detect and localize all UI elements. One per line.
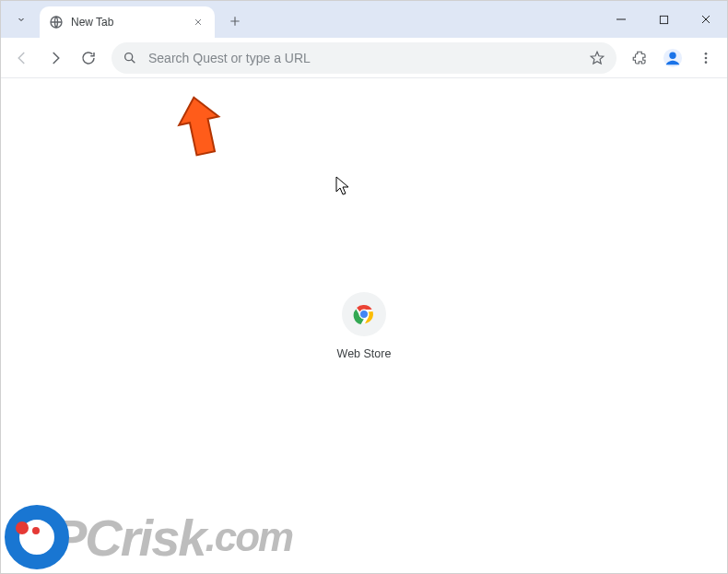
globe-icon <box>49 15 64 29</box>
search-icon <box>123 51 137 65</box>
mouse-cursor-icon <box>335 176 350 196</box>
address-input[interactable] <box>148 51 581 65</box>
annotation-arrow <box>174 93 229 159</box>
shortcut-tile <box>342 292 386 336</box>
minimize-button[interactable] <box>600 1 642 38</box>
svg-point-7 <box>705 61 708 64</box>
browser-tab[interactable]: New Tab <box>40 6 215 38</box>
menu-button[interactable] <box>690 42 722 74</box>
watermark-text-risk: risk <box>121 508 205 568</box>
maximize-button[interactable] <box>642 1 685 38</box>
close-window-button[interactable] <box>685 1 727 38</box>
watermark-ring-icon <box>5 505 69 569</box>
forward-button[interactable] <box>40 42 71 74</box>
new-tab-page: Web Store PC risk .com <box>1 78 727 573</box>
extensions-button[interactable] <box>624 42 655 74</box>
shortcut-web-store[interactable]: Web Store <box>312 292 416 360</box>
svg-point-2 <box>125 53 133 60</box>
svg-point-6 <box>705 56 708 59</box>
watermark-logo: PC risk .com <box>5 505 292 569</box>
window-controls <box>600 1 727 38</box>
watermark-text-dotcom: .com <box>205 514 292 560</box>
back-button[interactable] <box>6 42 38 74</box>
bookmark-star-icon[interactable] <box>589 50 605 66</box>
svg-point-5 <box>705 53 708 55</box>
chrome-icon <box>353 303 375 325</box>
toolbar <box>1 38 727 78</box>
profile-button[interactable] <box>657 42 688 74</box>
tab-search-dropdown[interactable] <box>8 6 34 32</box>
reload-button[interactable] <box>73 42 104 74</box>
new-tab-button[interactable] <box>222 8 248 34</box>
close-tab-button[interactable] <box>191 15 205 29</box>
svg-point-9 <box>360 310 368 318</box>
tab-title: New Tab <box>71 16 191 29</box>
omnibox[interactable] <box>112 42 616 74</box>
shortcut-label: Web Store <box>312 347 416 360</box>
titlebar: New Tab <box>1 1 727 38</box>
svg-point-4 <box>669 52 675 58</box>
svg-rect-1 <box>660 16 667 23</box>
avatar-icon <box>661 46 685 70</box>
